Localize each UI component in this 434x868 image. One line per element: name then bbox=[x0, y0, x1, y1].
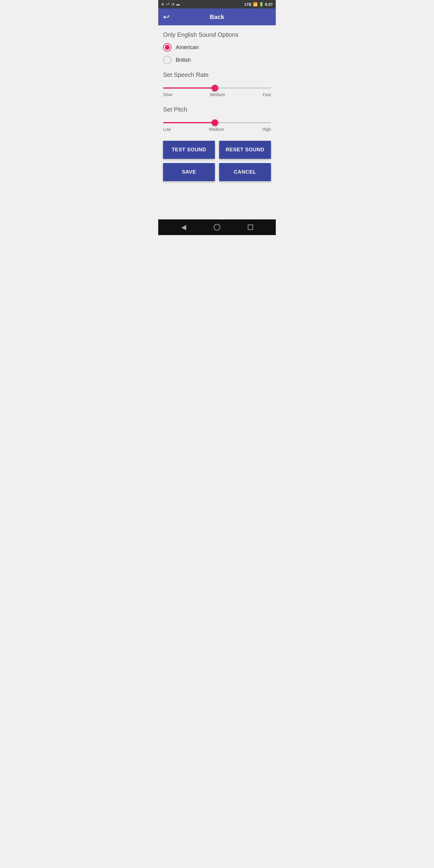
american-radio-dot bbox=[165, 45, 170, 50]
speech-rate-labels: Slow Medium Fast bbox=[163, 92, 271, 97]
test-sound-button[interactable]: TEST SOUND bbox=[163, 141, 215, 159]
british-radio[interactable] bbox=[163, 56, 172, 64]
lte-label: LTE bbox=[244, 2, 252, 7]
pitch-low-label: Low bbox=[163, 127, 171, 132]
cancel-button[interactable]: CANCEL bbox=[219, 163, 271, 181]
pitch-title: Set Pitch bbox=[163, 106, 271, 113]
time-display: 6:27 bbox=[265, 2, 273, 7]
signal-icon: 📶 bbox=[253, 2, 258, 7]
wifi-icon: ▿? bbox=[166, 2, 170, 6]
pitch-slider[interactable] bbox=[163, 122, 271, 123]
world-icon: ◔ bbox=[172, 2, 175, 6]
back-button[interactable]: ↩ bbox=[163, 13, 170, 21]
battery-icon: 🔋 bbox=[259, 2, 264, 7]
status-left-icons: ⚙ ▿? ◔ ▬ bbox=[161, 2, 180, 6]
sound-options-title: Only English Sound Options bbox=[163, 31, 271, 38]
american-radio[interactable] bbox=[163, 43, 172, 52]
speech-rate-high-label: Fast bbox=[263, 92, 271, 97]
speech-rate-low-label: Slow bbox=[163, 92, 172, 97]
speech-rate-title: Set Speech Rate bbox=[163, 71, 271, 79]
british-option[interactable]: British bbox=[163, 56, 271, 64]
american-label: American bbox=[176, 44, 198, 51]
back-nav-icon[interactable]: ◀ bbox=[181, 223, 186, 231]
main-content: Only English Sound Options American Brit… bbox=[158, 25, 276, 219]
speech-rate-slider-container bbox=[163, 84, 271, 90]
pitch-slider-container bbox=[163, 119, 271, 124]
american-option[interactable]: American bbox=[163, 43, 271, 52]
action-buttons: TEST SOUND RESET SOUND SAVE CANCEL bbox=[163, 141, 271, 181]
save-button[interactable]: SAVE bbox=[163, 163, 215, 181]
speech-rate-section: Set Speech Rate Slow Medium Fast bbox=[163, 71, 271, 97]
pitch-labels: Low Medium High bbox=[163, 127, 271, 132]
recents-nav-icon[interactable] bbox=[248, 224, 253, 230]
page-title: Back bbox=[210, 13, 224, 21]
clipboard-icon: ▬ bbox=[176, 2, 180, 6]
top-nav: ↩ Back bbox=[158, 8, 276, 25]
pitch-mid-label: Medium bbox=[209, 127, 224, 132]
status-right-icons: LTE 📶 🔋 6:27 bbox=[244, 2, 273, 7]
language-radio-group: American British bbox=[163, 43, 271, 64]
british-label: British bbox=[176, 57, 191, 63]
reset-sound-button[interactable]: RESET SOUND bbox=[219, 141, 271, 159]
speech-rate-slider[interactable] bbox=[163, 87, 271, 89]
home-nav-icon[interactable] bbox=[214, 224, 220, 230]
settings-icon: ⚙ bbox=[161, 2, 164, 6]
pitch-section: Set Pitch Low Medium High bbox=[163, 106, 271, 132]
bottom-nav: ◀ bbox=[158, 219, 276, 235]
status-bar: ⚙ ▿? ◔ ▬ LTE 📶 🔋 6:27 bbox=[158, 0, 276, 8]
speech-rate-mid-label: Medium bbox=[210, 92, 225, 97]
pitch-high-label: High bbox=[262, 127, 271, 132]
